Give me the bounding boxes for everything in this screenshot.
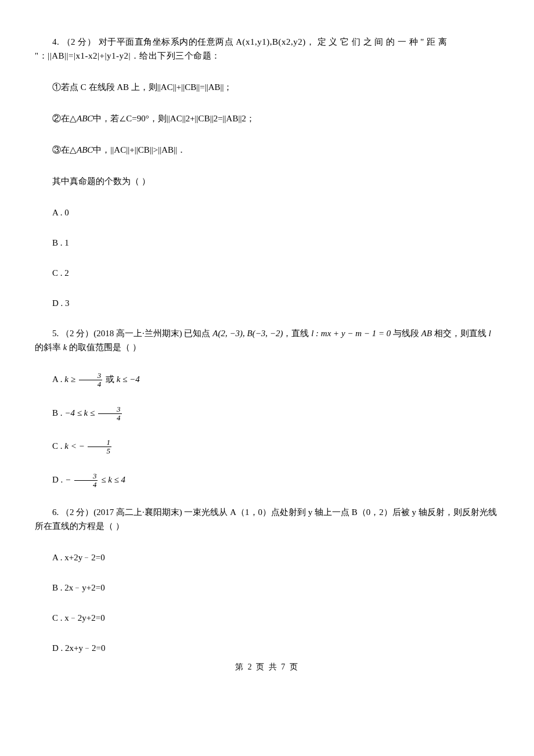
q5-stem-mid: ，直线 [283, 329, 311, 338]
q5-option-d[interactable]: D . − 34 ≤ k ≤ 4 [35, 472, 499, 489]
math-expr: − [65, 475, 73, 484]
q5-stem-end: 相交，则直线 [432, 329, 489, 338]
q4-prop2-pre: ②在 [52, 114, 70, 123]
q6-option-c[interactable]: C . x﹣2y+2=0 [35, 611, 499, 625]
math-expr: ≤ k ≤ 4 [99, 475, 125, 484]
triangle-abc-icon: △△ABCABC [70, 114, 93, 123]
q4-prop2: ②在△△ABCABC中，若∠C=90°，则||AC||2+||CB||2=||A… [35, 111, 499, 125]
option-label: B . [52, 408, 64, 417]
q4-prop1: ①若点 C 在线段 AB 上，则||AC||+||CB||=||AB||； [35, 80, 499, 94]
q5-stem-end2: 的斜率 [35, 343, 63, 352]
q5-stem-post: 与线段 [391, 329, 421, 338]
q6-option-b[interactable]: B . 2x﹣y+2=0 [35, 581, 499, 595]
q4-option-c[interactable]: C . 2 [35, 266, 499, 280]
option-label: A . [52, 375, 64, 384]
math-expr: k < − [64, 441, 86, 451]
q5-option-a[interactable]: A . k ≥ 34 或 k ≤ −4 [35, 372, 499, 389]
math-expr: k ≥ [64, 375, 77, 384]
q5-option-c[interactable]: C . k < − 15 [35, 438, 499, 456]
or-text: 或 [103, 375, 117, 384]
q4-option-d[interactable]: D . 3 [35, 296, 499, 310]
q5-points: A(2, −3), B(−3, −2) [212, 329, 283, 338]
q5-l-char: l [489, 329, 491, 338]
q4-question: 其中真命题的个数为（ ） [35, 174, 499, 188]
q4-stem-line1: 4. （2 分） 对于平面直角坐标系内的任意两点 A(x1,y1),B(x2,y… [35, 35, 499, 63]
option-label: C . [52, 441, 64, 451]
q5-line-l: l : mx + y − m − 1 = 0 [311, 329, 391, 338]
q5-stem-end3: 的取值范围是（ ） [67, 343, 141, 352]
fraction-icon: 34 [74, 472, 98, 489]
page-content: 4. （2 分） 对于平面直角坐标系内的任意两点 A(x1,y1),B(x2,y… [0, 0, 534, 686]
q4-prop3: ③在△△ABCABC中，||AC||+||CB||>||AB||． [35, 143, 499, 157]
math-expr: −4 ≤ k ≤ [64, 408, 97, 417]
option-label: D . [52, 475, 65, 484]
q4-prop3-post: 中，||AC||+||CB||>||AB||． [93, 145, 186, 154]
q6-stem: 6. （2 分）(2017 高二上·襄阳期末) 一束光线从 A（1，0）点处射到… [35, 505, 499, 533]
q6-option-d[interactable]: D . 2x+y﹣2=0 [35, 641, 499, 655]
page-footer: 第 2 页 共 7 页 [35, 661, 499, 674]
fraction-icon: 34 [79, 372, 103, 389]
q4-option-b[interactable]: B . 1 [35, 236, 499, 250]
q5-seg-ab: AB [421, 329, 432, 338]
math-expr: k ≤ −4 [117, 375, 140, 384]
fraction-icon: 34 [98, 405, 122, 423]
fraction-icon: 15 [88, 438, 111, 456]
q6-option-a[interactable]: A . x+2y﹣2=0 [35, 550, 499, 564]
triangle-abc-icon: △△ABCABC [70, 145, 93, 154]
q5-option-b[interactable]: B . −4 ≤ k ≤ 34 [35, 405, 499, 423]
q5-stem: 5. （2 分）(2018 高一上·兰州期末) 已知点 A(2, −3), B(… [35, 326, 499, 354]
q4-prop2-post: 中，若∠C=90°，则||AC||2+||CB||2=||AB||2； [93, 114, 255, 123]
q5-stem-pre: 5. （2 分）(2018 高一上·兰州期末) 已知点 [52, 329, 212, 338]
q4-prop3-pre: ③在 [52, 145, 70, 154]
q4-option-a[interactable]: A . 0 [35, 206, 499, 219]
